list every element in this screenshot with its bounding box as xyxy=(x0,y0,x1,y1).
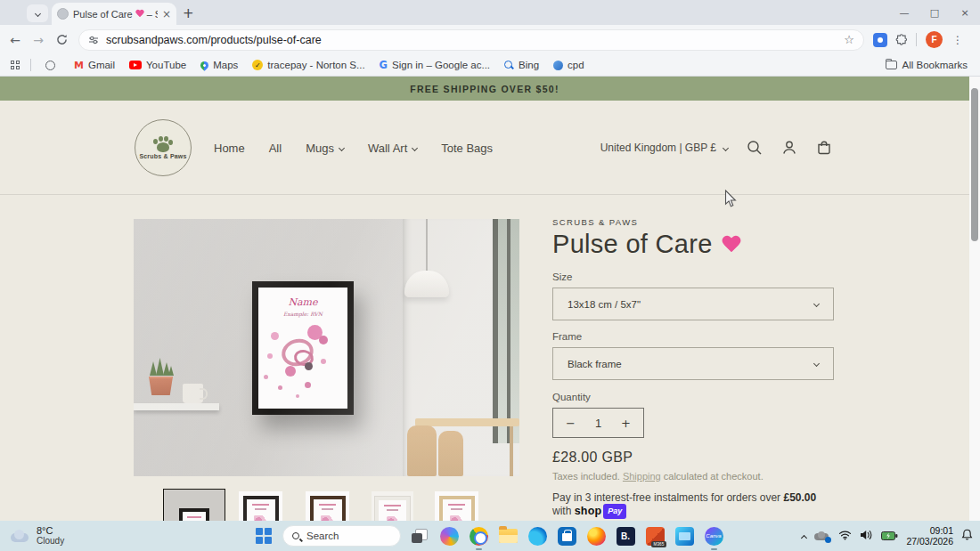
quantity-decrease-button[interactable]: − xyxy=(566,417,576,430)
forward-button[interactable]: → xyxy=(27,33,50,47)
maximize-button[interactable]: □ xyxy=(919,0,950,25)
tab-search-button[interactable] xyxy=(27,4,48,22)
tab-favicon xyxy=(57,8,69,20)
extensions-puzzle-icon[interactable] xyxy=(895,34,908,46)
back-button[interactable]: ← xyxy=(4,33,27,47)
thumbnail-black-frame[interactable] xyxy=(239,491,282,521)
quantity-increase-button[interactable]: + xyxy=(621,417,631,430)
new-tab-button[interactable]: + xyxy=(183,5,194,21)
edge-button[interactable] xyxy=(527,525,548,547)
task-view-button[interactable] xyxy=(409,525,430,547)
all-bookmarks-button[interactable]: All Bookmarks xyxy=(886,60,968,70)
taskbar-clock[interactable]: 09:01 27/03/2026 xyxy=(906,525,953,547)
folder-icon xyxy=(886,61,897,69)
store-logo[interactable]: Scrubs & Paws xyxy=(135,119,192,176)
profile-avatar[interactable]: F xyxy=(926,31,943,48)
onedrive-icon[interactable] xyxy=(814,531,830,541)
apps-grid-icon[interactable] xyxy=(11,61,20,69)
quantity-value[interactable]: 1 xyxy=(595,417,601,430)
pink-heart-icon xyxy=(135,10,144,18)
product-details: SCRUBS & PAWS Pulse of Care Size 13x18 c… xyxy=(552,217,834,521)
browser-toolbar: ← → scrubsandpaws.com/products/pulse-of-… xyxy=(0,25,980,54)
microsoft-365-button[interactable] xyxy=(644,525,666,547)
norton-check-icon: ✓ xyxy=(252,60,263,70)
taskbar-center: Search B. Canva xyxy=(253,521,724,551)
product-image[interactable]: Name Example: RVN xyxy=(134,219,519,476)
nav-all[interactable]: All xyxy=(269,142,282,155)
nav-home[interactable]: Home xyxy=(214,142,245,155)
cart-icon[interactable] xyxy=(816,140,832,156)
locale-selector[interactable]: United Kingdom | GBP £ xyxy=(600,142,728,154)
bookmark-cpd[interactable]: cpd xyxy=(553,60,584,70)
nav-wall-art[interactable]: Wall Art xyxy=(368,142,417,155)
thumbnail-oak-frame[interactable] xyxy=(435,491,478,521)
browser-tab[interactable]: Pulse of Care – Scrubs & Pa × xyxy=(52,3,176,25)
search-icon xyxy=(292,532,299,539)
scrollbar-thumb[interactable] xyxy=(971,88,978,241)
shipping-link[interactable]: Shipping xyxy=(623,471,661,482)
minimize-button[interactable]: — xyxy=(889,0,919,25)
bookmark-youtube[interactable]: YouTube xyxy=(129,60,186,70)
file-explorer-button[interactable] xyxy=(497,525,519,547)
url-text[interactable]: scrubsandpaws.com/products/pulse-of-care xyxy=(106,34,837,46)
table xyxy=(415,418,519,426)
bookmark-gmail[interactable]: MGmail xyxy=(74,60,115,71)
wifi-icon[interactable] xyxy=(838,528,852,544)
announcement-banner: FREE SHIPPING OVER $50! xyxy=(0,77,969,101)
extension-icon[interactable] xyxy=(873,33,887,47)
bookmark-google-signin[interactable]: GSign in – Google ac... xyxy=(380,59,490,71)
thumbs-next-button[interactable] xyxy=(504,514,509,521)
search-icon[interactable] xyxy=(747,140,763,156)
cpd-icon xyxy=(553,61,563,70)
bookmark-maps[interactable]: Maps xyxy=(200,60,238,70)
bookmark-norton[interactable]: ✓tracepay - Norton S... xyxy=(252,60,364,70)
tray-overflow-button[interactable] xyxy=(802,528,806,544)
account-icon[interactable] xyxy=(781,140,797,156)
bookmark-star-icon[interactable]: ☆ xyxy=(844,33,854,46)
bookmark-globe[interactable] xyxy=(45,61,60,70)
chevron-down-icon xyxy=(813,301,820,307)
notifications-bell-icon[interactable] xyxy=(961,528,973,544)
address-bar[interactable]: scrubsandpaws.com/products/pulse-of-care… xyxy=(78,29,864,51)
mouse-cursor xyxy=(724,190,738,208)
nav-mugs[interactable]: Mugs xyxy=(306,142,344,155)
close-button[interactable]: × xyxy=(950,0,980,25)
battery-icon[interactable] xyxy=(881,528,898,544)
tab-close-button[interactable]: × xyxy=(162,9,171,20)
installments-note: Pay in 3 interest-free instalments for o… xyxy=(552,491,834,519)
chrome-button[interactable] xyxy=(468,525,489,547)
copilot-button[interactable] xyxy=(438,525,460,547)
youtube-icon xyxy=(129,61,142,69)
header-actions: United Kingdom | GBP £ xyxy=(600,101,832,195)
start-button[interactable] xyxy=(253,525,274,547)
page-scrollbar[interactable] xyxy=(969,77,980,521)
nav-tote-bags[interactable]: Tote Bags xyxy=(441,142,493,155)
windows-logo-icon xyxy=(256,528,272,544)
volume-icon[interactable] xyxy=(860,528,873,544)
quantity-label: Quantity xyxy=(552,392,834,402)
site-settings-icon[interactable] xyxy=(88,35,99,45)
reload-button[interactable] xyxy=(50,34,73,45)
bookmark-bing[interactable]: Bing xyxy=(504,60,539,70)
firefox-button[interactable] xyxy=(585,525,607,547)
thumbnail-room-mockup[interactable] xyxy=(163,489,225,521)
site-header: Scrubs & Paws Home All Mugs Wall Art Tot… xyxy=(0,101,969,195)
size-select[interactable]: 13x18 cm / 5x7" xyxy=(552,288,834,320)
quantity-stepper: − 1 + xyxy=(552,408,644,438)
thumbnail-walnut-frame[interactable] xyxy=(306,491,349,521)
file-explorer-icon xyxy=(499,529,518,543)
thumbs-prev-button[interactable] xyxy=(140,514,144,521)
taskbar-search[interactable]: Search xyxy=(282,525,401,547)
blue-app-button[interactable] xyxy=(674,525,695,547)
microsoft-store-button[interactable] xyxy=(556,525,577,547)
wall-shelf xyxy=(134,403,219,410)
task-view-icon xyxy=(412,529,428,543)
shop-pay-logo: shop xyxy=(575,505,602,517)
bitdefender-button[interactable]: B. xyxy=(615,525,636,547)
browser-menu-button[interactable]: ⋮ xyxy=(951,34,965,46)
frame-select[interactable]: Black frame xyxy=(552,347,834,380)
canva-button[interactable]: Canva xyxy=(703,525,724,547)
logo-text: Scrubs & Paws xyxy=(139,153,186,159)
weather-widget[interactable]: 8°C Cloudy xyxy=(9,525,64,547)
thumbnail-white-frame[interactable] xyxy=(372,491,413,521)
